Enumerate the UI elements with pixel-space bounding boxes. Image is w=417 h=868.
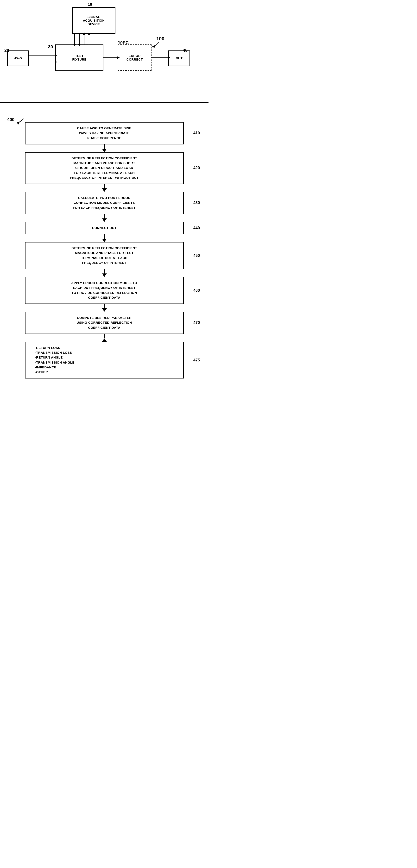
step-450-text: DETERMINE REFLECTION COEFFICIENTMAGNITUD… bbox=[71, 246, 137, 265]
flow-box-470: COMPUTE DESIRED PARAMETERUSING CORRECTED… bbox=[25, 312, 184, 334]
arrow-down bbox=[102, 218, 107, 222]
flow-step-420: DETERMINE REFLECTION COEFFICIENTMAGNITUD… bbox=[25, 152, 184, 184]
step-num-410: 410 bbox=[193, 130, 200, 136]
arrow-down bbox=[102, 149, 107, 152]
connector-line bbox=[104, 184, 105, 188]
flow-box-475: -RETURN LOSS-TRANSMISSION LOSS-RETURN AN… bbox=[25, 342, 184, 379]
awg-block: AWG bbox=[7, 51, 29, 66]
label-40: 40 bbox=[183, 48, 187, 53]
step-num-475: 475 bbox=[193, 357, 200, 363]
label-30: 30 bbox=[48, 44, 53, 50]
step-num-440: 440 bbox=[193, 225, 200, 231]
label-10ec: 10EC bbox=[118, 40, 129, 45]
step-460-text: APPLY ERROR CORRECTION MODEL TOEACH DUT … bbox=[71, 281, 137, 300]
flow-step-450: DETERMINE REFLECTION COEFFICIENTMAGNITUD… bbox=[25, 242, 184, 269]
flow-step-460: APPLY ERROR CORRECTION MODEL TOEACH DUT … bbox=[25, 277, 184, 304]
flow-step-410: CAUSE AWG TO GENERATE SINEWAVES HAVING A… bbox=[25, 122, 184, 145]
svg-line-16 bbox=[154, 42, 159, 47]
flow-step-470: COMPUTE DESIRED PARAMETERUSING CORRECTED… bbox=[25, 312, 184, 334]
step-num-420: 420 bbox=[193, 165, 200, 171]
label-10: 10 bbox=[88, 2, 92, 7]
flow-box-440: CONNECT DUT 440 bbox=[25, 222, 184, 234]
flow-step-430: CALCULATE TWO PORT ERRORCORRECTION MODEL… bbox=[25, 192, 184, 214]
connector-line bbox=[104, 234, 105, 239]
flow-box-410: CAUSE AWG TO GENERATE SINEWAVES HAVING A… bbox=[25, 122, 184, 145]
awg-label: AWG bbox=[14, 57, 22, 60]
sad-block: SIGNALACQUISITIONDEVICE bbox=[72, 7, 115, 34]
step-num-460: 460 bbox=[193, 288, 200, 293]
connector-line bbox=[104, 269, 105, 274]
flow-box-430: CALCULATE TWO PORT ERRORCORRECTION MODEL… bbox=[25, 192, 184, 214]
arrow-down bbox=[102, 274, 107, 277]
step-num-470: 470 bbox=[193, 320, 200, 326]
connector-line bbox=[104, 214, 105, 218]
label-400-arrow bbox=[13, 116, 25, 126]
flow-box-420: DETERMINE REFLECTION COEFFICIENTMAGNITUD… bbox=[25, 152, 184, 184]
arrow-down bbox=[102, 239, 107, 242]
section-divider bbox=[0, 102, 208, 103]
step-470-text: COMPUTE DESIRED PARAMETERUSING CORRECTED… bbox=[77, 316, 132, 330]
connector-line bbox=[104, 145, 105, 149]
arrow-down bbox=[102, 188, 107, 192]
step-440-text: CONNECT DUT bbox=[92, 226, 117, 230]
step-475-text: -RETURN LOSS-TRANSMISSION LOSS-RETURN AN… bbox=[35, 346, 75, 374]
svg-marker-19 bbox=[17, 121, 20, 124]
label-20: 20 bbox=[4, 48, 9, 53]
step-410-text: CAUSE AWG TO GENERATE SINEWAVES HAVING A… bbox=[77, 126, 131, 140]
label-100: 100 bbox=[156, 36, 164, 41]
block-diagram: 10 100 SIGNALACQUISITIONDEVICE TESTFIXTU… bbox=[0, 0, 208, 101]
step-420-text: DETERMINE REFLECTION COEFFICIENTMAGNITUD… bbox=[70, 156, 139, 180]
main-container: 10 100 SIGNALACQUISITIONDEVICE TESTFIXTU… bbox=[0, 0, 208, 388]
test-fixture-block: TESTFIXTURE bbox=[55, 44, 103, 71]
sad-label: SIGNALACQUISITIONDEVICE bbox=[83, 15, 105, 26]
arrow-up bbox=[102, 338, 107, 342]
step-num-430: 430 bbox=[193, 200, 200, 206]
arrow-down bbox=[102, 308, 107, 312]
step-num-450: 450 bbox=[193, 253, 200, 258]
connector-line bbox=[104, 334, 105, 338]
svg-marker-17 bbox=[152, 45, 155, 48]
flow-step-475: -RETURN LOSS-TRANSMISSION LOSS-RETURN AN… bbox=[25, 342, 184, 379]
flow-box-450: DETERMINE REFLECTION COEFFICIENTMAGNITUD… bbox=[25, 242, 184, 269]
error-correct-block: ERRORCORRECT bbox=[118, 44, 151, 71]
step-430-text: CALCULATE TWO PORT ERRORCORRECTION MODEL… bbox=[73, 196, 136, 210]
dut-label: DUT bbox=[176, 57, 182, 60]
flow-step-440: CONNECT DUT 440 bbox=[25, 222, 184, 234]
flow-box-460: APPLY ERROR CORRECTION MODEL TOEACH DUT … bbox=[25, 277, 184, 304]
flow-chart: 400 CAUSE AWG TO GENERATE SINEWAVES HAVI… bbox=[0, 104, 208, 388]
tf-label: TESTFIXTURE bbox=[72, 54, 86, 61]
connector-line bbox=[104, 304, 105, 308]
ec-label: ERRORCORRECT bbox=[126, 54, 143, 61]
